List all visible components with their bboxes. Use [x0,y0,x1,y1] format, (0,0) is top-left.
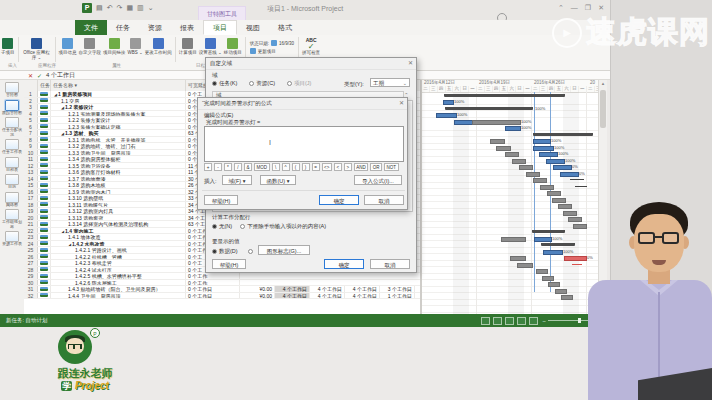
task-name-cell[interactable]: 1.4.2.2 拉线槽、管槽 [51,254,186,260]
value-cell[interactable]: 4 个工作日 [310,293,345,299]
display-option[interactable]: 数据(D) [212,248,238,255]
formula-input[interactable]: I [204,126,404,162]
task-name-cell[interactable]: 1.4.4 卫生间、厨房吊顶 [51,293,186,299]
ribbon-button-计算项目[interactable]: 计算项目 [179,37,197,55]
gantt-bar-blue[interactable] [553,165,572,170]
tab-格式[interactable]: 格式 [269,20,301,35]
view-bar-item-日历[interactable]: 日历 [1,174,23,190]
gantt-bar-red[interactable] [564,256,587,261]
operator-button-&[interactable]: & [244,163,252,171]
ribbon-button-子项目[interactable]: 子项目 [1,37,15,55]
gantt-bar-blue[interactable] [533,146,554,151]
insert-field-button[interactable]: 域(F) ▾ [222,175,252,185]
gantt-bar-dark[interactable] [512,159,526,164]
radio-icon[interactable] [212,249,217,254]
close-icon[interactable]: ✕ [598,3,604,13]
gantt-bar-blue[interactable] [443,100,454,105]
operator-button-)[interactable]: ) [302,163,310,171]
close-icon[interactable]: ✕ [399,98,404,109]
gantt-bar-dark[interactable] [568,217,582,222]
gantt-bar-sum[interactable] [541,243,575,246]
task-name-cell[interactable]: ◢1 新房装修项目 [51,91,186,97]
operator-button-([interactable]: ( [292,163,300,171]
task-name-cell[interactable]: 1.4.2.6 防水层施工 [51,280,186,286]
gantt-bar-blue[interactable] [436,113,457,118]
gantt-bar-dark[interactable] [555,289,567,294]
task-name-cell[interactable]: ◢1.3 选材、购买 [51,130,186,136]
gantt-bar-sum[interactable] [532,230,565,233]
task-name-cell[interactable]: ◢1.2 装修设计 [51,104,186,110]
view-bar-item-甘特图[interactable]: 甘特图 [1,82,23,98]
update-project-row[interactable]: 更新项目 [250,48,294,54]
gantt-bar-dark[interactable] [510,256,526,261]
gantt-bar-dark[interactable] [505,152,519,157]
operator-button-=[interactable]: = [312,163,320,171]
ribbon-button-WBS[interactable]: WBS ⌄ [128,37,143,55]
gantt-bar-dark[interactable] [548,282,560,287]
slack-cell[interactable]: 0 个工作日 [186,286,240,292]
minimize-icon[interactable]: — [571,3,578,13]
radio-icon[interactable] [240,224,245,229]
column-header-任务模式[interactable]: 任务模式 [38,80,51,91]
formula-dialog-title[interactable]: “完成时间差异警示灯”的公式 ✕ [198,98,407,110]
task-name-cell[interactable]: 1.3.10 选购壁纸 [51,195,186,201]
view-bar-item-任务分配状况[interactable]: 任务分配状况 [1,117,23,137]
operator-button-\[interactable]: \ [272,163,280,171]
ribbon-button-拼写检查[interactable]: ABC✓拼写检查 [302,37,320,55]
task-name-cell[interactable]: 1.1 交房 [51,98,186,104]
task-name-cell[interactable]: 1.4.2.5 线槽、水管槽填补平整 [51,273,186,279]
view-bar-item-任务工作表[interactable]: 任务工作表 [1,139,23,155]
ribbon-button-Office 应用程序[interactable]: Office 应用程序 ⌄ [22,37,52,60]
value-cell[interactable]: ¥0.00 [240,293,275,299]
task-name-cell[interactable]: 1.3.8 选购木地板 [51,182,186,188]
column-header-blank[interactable] [24,80,38,91]
view-bar-item-日程表[interactable]: 日程表 [1,157,23,173]
radio-icon[interactable] [212,81,217,86]
contextual-tab-gantt-tools[interactable]: 甘特图工具 [198,6,246,21]
view-bar-item-工作组规划器[interactable]: 工作组规划器 [1,209,23,229]
ribbon-button-设置基线[interactable]: 设置基线 ⌄ [199,37,222,55]
gantt-bar-sum[interactable] [444,94,565,97]
radio-icon[interactable] [249,81,254,86]
operator-button-/[interactable]: / [234,163,242,171]
value-cell[interactable]: 3 个工作日 [380,286,415,292]
gantt-bar-dark[interactable] [472,120,521,125]
confirm-entry-icon[interactable]: ✓ [37,72,42,79]
tab-任务[interactable]: 任务 [107,20,139,35]
task-name-cell[interactable]: 1.3.2 选购地砖、墙砖、过门石 [51,143,186,149]
tab-报表[interactable]: 报表 [171,20,203,35]
tab-资源[interactable]: 资源 [139,20,171,35]
gantt-bar-dark[interactable] [552,198,566,203]
gantt-bar-dark[interactable] [526,172,540,177]
gantt-bar-dark[interactable] [490,139,505,144]
task-name-cell[interactable]: 1.3.1 选购电线、水管、开关插座等 [51,137,186,143]
gantt-bar-blue[interactable] [539,152,558,157]
operator-button-<>[interactable]: <> [322,163,332,171]
column-header-任务名称 ▾[interactable]: 任务名称 ▾ [51,80,186,91]
value-cell[interactable]: 1 个工作日 [380,293,415,299]
view-bar-item-跟踪甘特图[interactable]: 跟踪甘特图 [1,100,23,116]
operator-button-^[interactable]: ^ [282,163,290,171]
zoom-thumb[interactable] [578,318,581,323]
value-cell[interactable]: ¥0.00 [240,286,275,292]
radio-icon[interactable] [212,224,217,229]
operator-button--[interactable]: - [214,163,222,171]
report-view-icon[interactable] [529,317,538,325]
view-bar-item-网络图[interactable]: 网络图 [1,192,23,208]
radio-icon[interactable] [248,249,253,254]
task-name-cell[interactable]: ◢1.4.2 水电改造 [51,241,186,247]
task-name-cell[interactable]: 1.4.3 贴地砖墙砖（阳台、卫生间及厨房） [51,286,186,292]
gantt-view-icon[interactable] [481,317,490,325]
entity-option[interactable]: 任务(K) [212,80,237,87]
operator-button-MOD[interactable]: MOD [254,163,270,171]
gantt-bar-blue[interactable] [546,159,565,164]
value-cell[interactable]: 4 个工作日 [275,293,310,299]
type-dropdown[interactable]: 工期⌄ [370,78,410,87]
operator-button-OR[interactable]: OR [370,163,382,171]
task-name-cell[interactable]: ◢1.4 室内施工 [51,228,186,234]
task-name-cell[interactable]: 1.4.2.3 布线走管 [51,260,186,266]
ok-button[interactable]: 确定 [324,259,364,269]
gantt-bar-dark[interactable] [536,269,548,274]
tab-视图[interactable]: 视图 [237,20,269,35]
task-name-cell[interactable]: 1.3.7 选购墙面漆 [51,176,186,182]
